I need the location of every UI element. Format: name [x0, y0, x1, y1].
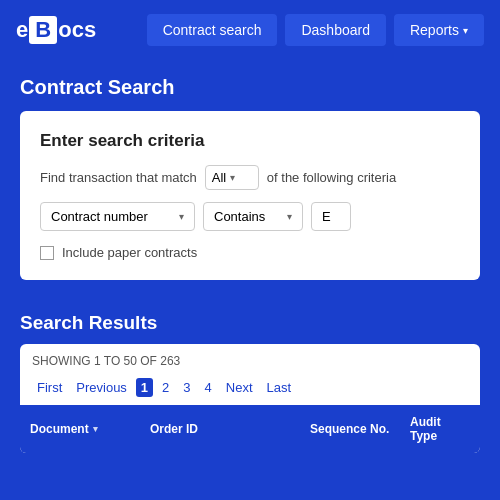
filter-row: Contract number ▾ Contains ▾ E	[40, 202, 460, 231]
main-content: Contract Search Enter search criteria Fi…	[0, 60, 500, 312]
reports-label: Reports	[410, 22, 459, 38]
nav-buttons: Contract search Dashboard Reports ▾	[147, 14, 484, 46]
results-card: SHOWING 1 TO 50 OF 263 First Previous 1 …	[20, 344, 480, 453]
contract-search-button[interactable]: Contract search	[147, 14, 278, 46]
pagination-previous[interactable]: Previous	[71, 378, 132, 397]
criteria-label: Find transaction that match	[40, 170, 197, 185]
pagination-next[interactable]: Next	[221, 378, 258, 397]
match-select-value: All	[212, 170, 226, 185]
filter-value-text: E	[322, 209, 331, 224]
filter-condition-chevron-icon: ▾	[287, 211, 292, 222]
results-title: Search Results	[20, 312, 480, 334]
search-card-title: Enter search criteria	[40, 131, 460, 151]
column-sequence-no[interactable]: Sequence No.	[300, 405, 400, 453]
include-paper-checkbox[interactable]	[40, 246, 54, 260]
results-section: Search Results SHOWING 1 TO 50 OF 263 Fi…	[0, 312, 500, 453]
pagination-page-2[interactable]: 2	[157, 378, 174, 397]
pagination: First Previous 1 2 3 4 Next Last	[20, 374, 480, 405]
column-sequence-no-label: Sequence No.	[310, 422, 389, 436]
logo-ocs-text: ocs	[58, 17, 96, 43]
pagination-last[interactable]: Last	[262, 378, 297, 397]
column-document-label: Document	[30, 422, 89, 436]
logo-b-box: B	[29, 16, 57, 44]
reports-chevron-icon: ▾	[463, 25, 468, 36]
pagination-page-4[interactable]: 4	[200, 378, 217, 397]
criteria-suffix: of the following criteria	[267, 170, 396, 185]
reports-button[interactable]: Reports ▾	[394, 14, 484, 46]
match-select[interactable]: All ▾	[205, 165, 259, 190]
results-meta: SHOWING 1 TO 50 OF 263	[20, 344, 480, 374]
table-header: Document ▾ Order ID Sequence No. Audit T…	[20, 405, 480, 453]
pagination-first[interactable]: First	[32, 378, 67, 397]
column-order-id-label: Order ID	[150, 422, 198, 436]
filter-value-input[interactable]: E	[311, 202, 351, 231]
filter-type-chevron-icon: ▾	[179, 211, 184, 222]
filter-type-value: Contract number	[51, 209, 148, 224]
column-audit-type[interactable]: Audit Type	[400, 405, 480, 453]
filter-type-select[interactable]: Contract number ▾	[40, 202, 195, 231]
pagination-page-1[interactable]: 1	[136, 378, 153, 397]
criteria-row: Find transaction that match All ▾ of the…	[40, 165, 460, 190]
filter-condition-select[interactable]: Contains ▾	[203, 202, 303, 231]
include-paper-row: Include paper contracts	[40, 245, 460, 260]
column-order-id[interactable]: Order ID	[140, 405, 300, 453]
navbar: eBocs Contract search Dashboard Reports …	[0, 0, 500, 60]
logo-e-text: e	[16, 17, 28, 43]
logo: eBocs	[16, 16, 96, 44]
column-audit-type-label: Audit Type	[410, 415, 470, 443]
match-chevron-icon: ▾	[230, 172, 235, 183]
include-paper-label: Include paper contracts	[62, 245, 197, 260]
page-title: Contract Search	[20, 76, 480, 99]
filter-condition-value: Contains	[214, 209, 265, 224]
document-sort-icon: ▾	[93, 424, 98, 434]
column-document[interactable]: Document ▾	[20, 405, 140, 453]
dashboard-button[interactable]: Dashboard	[285, 14, 386, 46]
pagination-page-3[interactable]: 3	[178, 378, 195, 397]
search-card: Enter search criteria Find transaction t…	[20, 111, 480, 280]
